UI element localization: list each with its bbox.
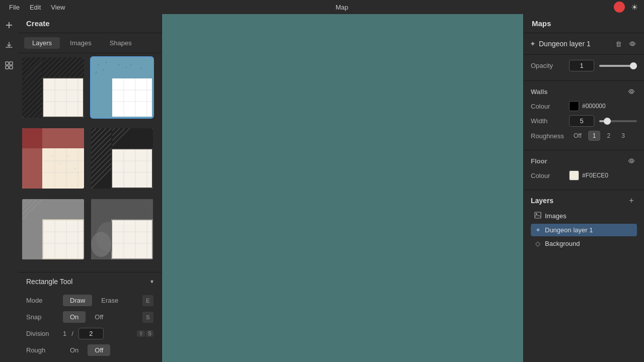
svg-point-69	[74, 168, 75, 169]
svg-point-56	[140, 68, 142, 69]
tab-layers[interactable]: Layers	[24, 37, 60, 49]
svg-rect-98	[43, 220, 83, 258]
background-layer-name: Background	[545, 240, 634, 247]
walls-width-row: Width	[531, 115, 637, 127]
division-label: Division	[26, 330, 59, 337]
canvas-area[interactable]	[162, 14, 523, 362]
add-layer-btn[interactable]: +	[626, 195, 637, 206]
mode-erase-btn[interactable]: Erase	[94, 295, 125, 306]
tile-2[interactable]	[91, 57, 153, 118]
svg-rect-113	[112, 220, 152, 258]
walls-width-slider[interactable]	[599, 120, 637, 122]
tiles-grid	[18, 53, 162, 272]
layer-images[interactable]: Images	[531, 209, 637, 223]
svg-rect-59	[22, 128, 84, 148]
snap-on-btn[interactable]: On	[63, 311, 86, 323]
svg-point-49	[98, 64, 99, 66]
svg-point-112	[91, 232, 111, 257]
visibility-icon[interactable]	[627, 38, 638, 49]
division-row: Division 1 / ⇧S	[26, 328, 153, 339]
download-btn[interactable]	[2, 38, 16, 52]
avatar[interactable]	[614, 2, 625, 13]
opacity-input[interactable]	[569, 60, 594, 71]
division-value1: 1	[63, 330, 66, 337]
walls-width-label: Width	[531, 117, 566, 125]
svg-rect-60	[43, 149, 83, 188]
division-input[interactable]	[78, 328, 104, 339]
walls-section: Walls Colour #000000 Width	[524, 81, 644, 150]
floor-color-label: Colour	[531, 172, 566, 179]
opacity-slider[interactable]	[599, 65, 637, 67]
svg-rect-2	[6, 62, 9, 65]
floor-color-swatch[interactable]	[569, 170, 579, 180]
tile-5[interactable]	[22, 199, 84, 259]
rough-row: Rough On Off	[26, 344, 153, 356]
mode-draw-btn[interactable]: Draw	[63, 295, 92, 306]
floor-title: Floor	[531, 155, 637, 166]
maps-title: Maps	[524, 14, 644, 33]
snap-shortcut: S	[142, 312, 153, 323]
roughness-label: Roughness	[531, 132, 566, 140]
tab-shapes[interactable]: Shapes	[102, 37, 140, 49]
roughness-controls: Off 1 2 3	[569, 131, 629, 141]
svg-point-55	[130, 64, 132, 66]
layer-background[interactable]: ◇ Background	[531, 237, 637, 250]
tile-3[interactable]	[22, 128, 84, 189]
svg-point-119	[631, 43, 633, 45]
walls-color-label: Colour	[531, 103, 566, 110]
dungeon-layer-icon: ✦	[530, 40, 536, 48]
panel-title: Create	[18, 14, 162, 33]
tool-options: Mode Draw Erase E Snap On Off S	[18, 291, 162, 362]
svg-point-52	[105, 62, 107, 63]
add-tool-btn[interactable]	[2, 18, 16, 32]
svg-rect-3	[10, 62, 13, 65]
snap-row: Snap On Off S	[26, 311, 153, 323]
roughness-2-btn[interactable]: 2	[602, 131, 615, 141]
walls-color-control: #000000	[569, 101, 606, 111]
dungeon-layer-name: Dungeon layer 1	[545, 226, 634, 234]
tile-1[interactable]	[22, 57, 84, 118]
menu-edit[interactable]: Edit	[25, 4, 46, 11]
tile-4[interactable]	[91, 128, 153, 189]
tile-6[interactable]	[91, 199, 153, 259]
images-layer-name: Images	[545, 212, 634, 220]
left-panel: Create Layers Images Shapes	[18, 14, 162, 362]
tab-bar: Layers Images Shapes	[18, 33, 162, 53]
walls-width-input[interactable]	[569, 115, 594, 127]
svg-point-68	[67, 155, 68, 156]
walls-visibility-icon[interactable]	[626, 86, 637, 97]
svg-rect-73	[112, 149, 152, 188]
mode-label: Mode	[26, 297, 59, 304]
opacity-row: Opacity	[531, 60, 637, 71]
layer-dungeon[interactable]: ✦ Dungeon layer 1	[531, 224, 637, 236]
rectangle-tool-header[interactable]: Rectangle Tool ▾	[18, 273, 162, 291]
dungeon-layer-title: Dungeon layer 1	[539, 40, 610, 48]
walls-color-swatch[interactable]	[569, 101, 579, 111]
roughness-1-btn[interactable]: 1	[588, 131, 601, 141]
menu-file[interactable]: File	[4, 4, 25, 11]
rough-off-btn[interactable]: Off	[88, 344, 110, 356]
roughness-off-btn[interactable]: Off	[569, 131, 586, 141]
tab-images[interactable]: Images	[62, 37, 100, 49]
menu-view[interactable]: View	[46, 4, 70, 11]
svg-point-51	[95, 72, 97, 73]
svg-rect-5	[10, 66, 13, 69]
svg-point-50	[103, 69, 104, 71]
layers-title: Layers	[531, 197, 553, 205]
theme-icon[interactable]: ☀	[629, 2, 640, 13]
rough-on-btn[interactable]: On	[63, 344, 86, 356]
floor-visibility-icon[interactable]	[626, 155, 637, 166]
dungeon-layer-icon2: ✦	[534, 226, 542, 234]
grid-view-btn[interactable]	[2, 58, 16, 72]
snap-off-btn[interactable]: Off	[88, 311, 110, 323]
division-shortcut: ⇧S	[137, 330, 153, 337]
roughness-3-btn[interactable]: 3	[617, 131, 629, 141]
rough-buttons: On Off	[63, 344, 110, 356]
floor-color-control: #F0ECE0	[569, 170, 608, 180]
trash-icon[interactable]: 🗑	[613, 38, 624, 49]
svg-point-53	[118, 64, 119, 66]
floor-color-row: Colour #F0ECE0	[531, 170, 637, 180]
chevron-down-icon: ▾	[150, 278, 153, 285]
mode-buttons: Draw Erase	[63, 295, 125, 306]
walls-color-hex: #000000	[582, 103, 606, 110]
